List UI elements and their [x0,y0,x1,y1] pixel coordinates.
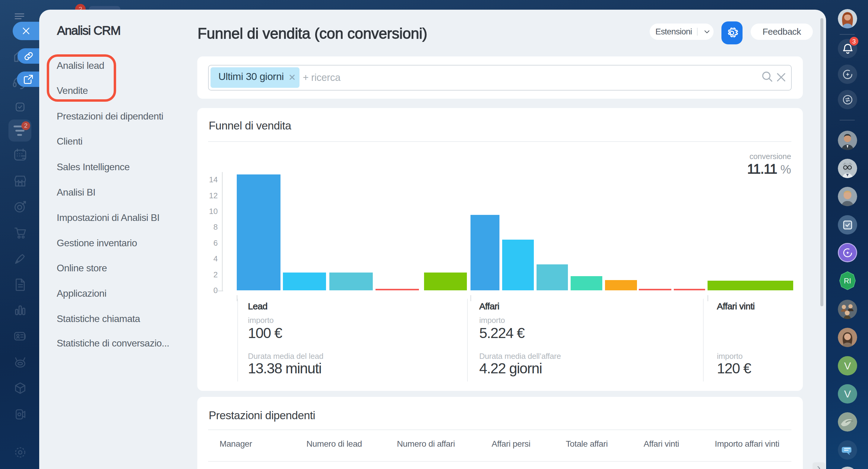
svg-text:RI: RI [844,277,851,285]
